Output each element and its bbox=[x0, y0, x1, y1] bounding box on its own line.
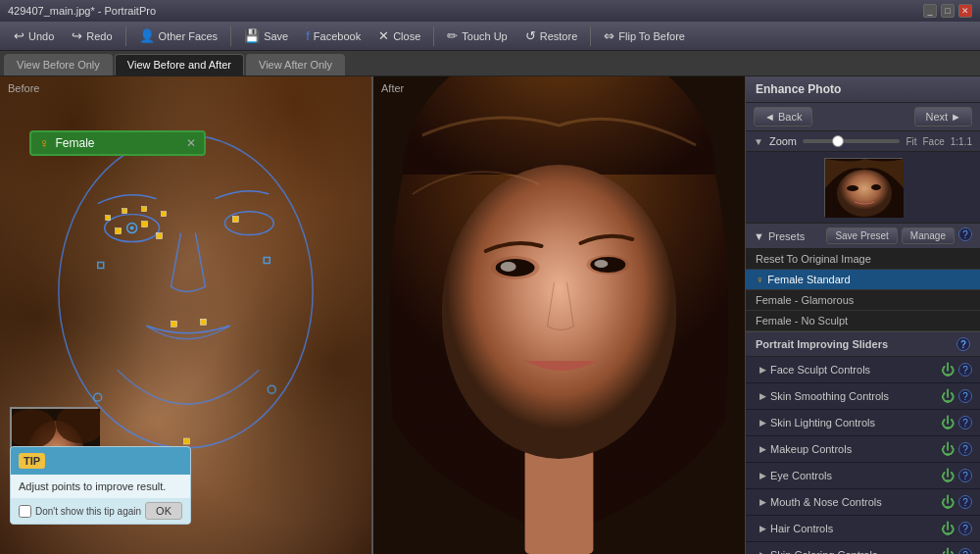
presets-arrow-icon: ▼ bbox=[754, 230, 764, 242]
enhance-header: Enhance Photo bbox=[746, 76, 980, 103]
tab-before-after[interactable]: View Before and After bbox=[115, 54, 244, 76]
face-sculpt-help-button[interactable]: ? bbox=[958, 363, 972, 377]
makeup-power-button[interactable]: ⏻ bbox=[941, 441, 955, 457]
after-face-svg bbox=[373, 76, 745, 554]
eye-expand-icon[interactable]: ▶ bbox=[760, 471, 766, 480]
restore-button[interactable]: ↺ Restore bbox=[517, 25, 586, 46]
back-button[interactable]: ◄ Back bbox=[754, 107, 812, 126]
mouth-nose-expand-icon[interactable]: ▶ bbox=[760, 497, 766, 507]
window-close-button[interactable]: ✕ bbox=[958, 4, 972, 18]
tab-before-only[interactable]: View Before Only bbox=[4, 54, 113, 76]
tab-after-only[interactable]: View After Only bbox=[246, 54, 345, 76]
skin-lighting-power-button[interactable]: ⏻ bbox=[941, 415, 955, 430]
sliders-help-icon[interactable]: ? bbox=[956, 337, 970, 351]
manage-presets-button[interactable]: Manage bbox=[902, 227, 955, 244]
skin-smoothing-expand-icon[interactable]: ▶ bbox=[760, 391, 766, 401]
maximize-button[interactable]: □ bbox=[941, 4, 955, 18]
svg-point-36 bbox=[847, 185, 858, 191]
mouth-nose-help-button[interactable]: ? bbox=[958, 495, 972, 509]
preset-list: Reset To Original Image ♀ Female Standar… bbox=[746, 249, 980, 332]
right-panel: Enhance Photo ◄ Back Next ► ▼ Zoom Fit F… bbox=[745, 76, 980, 554]
eye-help-button[interactable]: ? bbox=[958, 469, 972, 482]
after-image[interactable] bbox=[373, 76, 745, 554]
skin-coloring-power-button[interactable]: ⏻ bbox=[941, 547, 955, 554]
zoom-fit-label[interactable]: Fit bbox=[906, 136, 916, 147]
skin-lighting-help-button[interactable]: ? bbox=[958, 416, 972, 429]
thumb-preview-area bbox=[746, 152, 980, 224]
close-button[interactable]: ✕ Close bbox=[370, 25, 428, 46]
female-icon: ♀ bbox=[39, 135, 50, 151]
mouth-nose-label: Mouth & Nose Controls bbox=[770, 496, 882, 508]
redo-button[interactable]: ↪ Redo bbox=[64, 25, 120, 46]
main-content: ♀ Female ✕ bbox=[0, 76, 980, 554]
hair-label: Hair Controls bbox=[770, 523, 833, 534]
eye-power-button[interactable]: ⏻ bbox=[941, 468, 955, 483]
skin-coloring-expand-icon[interactable]: ▶ bbox=[760, 550, 766, 554]
before-image[interactable]: ♀ Female ✕ bbox=[0, 76, 371, 554]
hair-power-button[interactable]: ⏻ bbox=[941, 521, 955, 536]
eye-label: Eye Controls bbox=[770, 470, 832, 481]
tip-badge: TIP bbox=[19, 453, 45, 469]
facebook-button[interactable]: f Facebook bbox=[298, 25, 368, 46]
skin-smoothing-label: Skin Smoothing Controls bbox=[770, 390, 889, 402]
preset-item-female-standard[interactable]: ♀ Female Standard bbox=[746, 270, 980, 290]
minimize-button[interactable]: _ bbox=[923, 4, 937, 18]
skin-smoothing-power-button[interactable]: ⏻ bbox=[941, 388, 955, 404]
touch-up-button[interactable]: ✏ Touch Up bbox=[439, 25, 514, 46]
hair-help-button[interactable]: ? bbox=[958, 522, 972, 535]
female-close-button[interactable]: ✕ bbox=[186, 136, 196, 150]
zoom-label: Zoom bbox=[769, 135, 797, 147]
preset-item-glamorous[interactable]: Female - Glamorous bbox=[746, 290, 980, 311]
zoom-slider[interactable] bbox=[803, 139, 900, 143]
other-faces-button[interactable]: 👤 Other Faces bbox=[131, 25, 226, 46]
slider-skin-lighting: ▶ Skin Lighting Controls ⏻ ? bbox=[746, 410, 980, 436]
after-panel: After bbox=[373, 76, 745, 554]
face-sculpt-expand-icon[interactable]: ▶ bbox=[760, 365, 766, 375]
save-preset-button[interactable]: Save Preset bbox=[826, 227, 897, 244]
after-label: After bbox=[381, 82, 404, 94]
window-controls[interactable]: _ □ ✕ bbox=[923, 4, 972, 18]
face-sculpt-power-button[interactable]: ⏻ bbox=[941, 362, 955, 378]
skin-coloring-label: Skin Coloring Controls bbox=[770, 549, 877, 554]
preset-item-no-sculpt[interactable]: Female - No Sculpt bbox=[746, 311, 980, 331]
slider-face-sculpt: ▶ Face Sculpt Controls ⏻ ? bbox=[746, 357, 980, 383]
presets-buttons: Save Preset Manage ? bbox=[826, 227, 972, 244]
makeup-expand-icon[interactable]: ▶ bbox=[760, 444, 766, 454]
skin-lighting-expand-icon[interactable]: ▶ bbox=[760, 418, 766, 428]
skin-coloring-help-button[interactable]: ? bbox=[958, 548, 972, 554]
slider-skin-smoothing: ▶ Skin Smoothing Controls ⏻ ? bbox=[746, 383, 980, 410]
separator-3 bbox=[433, 26, 434, 46]
facebook-icon: f bbox=[306, 28, 310, 43]
thumbnail-preview bbox=[824, 158, 903, 217]
svg-point-27 bbox=[442, 165, 676, 459]
image-area: ♀ Female ✕ bbox=[0, 76, 745, 554]
undo-button[interactable]: ↩ Undo bbox=[6, 25, 62, 46]
save-icon: 💾 bbox=[244, 28, 260, 43]
mouth-nose-power-button[interactable]: ⏻ bbox=[941, 494, 955, 510]
close-icon: ✕ bbox=[378, 28, 389, 43]
zoom-face-label[interactable]: Face bbox=[923, 136, 945, 147]
tip-checkbox-label[interactable]: Don't show this tip again bbox=[19, 505, 141, 518]
save-button[interactable]: 💾 Save bbox=[236, 25, 296, 46]
hair-expand-icon[interactable]: ▶ bbox=[760, 524, 766, 533]
zoom-value: 1:1.1 bbox=[951, 136, 972, 147]
next-button[interactable]: Next ► bbox=[914, 107, 972, 126]
presets-help-icon[interactable]: ? bbox=[958, 227, 972, 241]
slider-eye: ▶ Eye Controls ⏻ ? bbox=[746, 463, 980, 489]
tip-header: TIP bbox=[11, 447, 190, 475]
zoom-thumb[interactable] bbox=[832, 135, 844, 147]
undo-icon: ↩ bbox=[14, 28, 24, 43]
makeup-help-button[interactable]: ? bbox=[958, 442, 972, 456]
tip-checkbox[interactable] bbox=[19, 505, 31, 518]
skin-smoothing-help-button[interactable]: ? bbox=[958, 389, 972, 403]
flip-button[interactable]: ⇔ Flip To Before bbox=[596, 25, 693, 46]
slider-makeup: ▶ Makeup Controls ⏻ ? bbox=[746, 436, 980, 463]
slider-skin-coloring: ▶ Skin Coloring Controls ⏻ ? bbox=[746, 542, 980, 554]
svg-point-33 bbox=[594, 260, 608, 268]
sliders-title: Portrait Improving Sliders bbox=[756, 338, 888, 350]
sliders-section: Portrait Improving Sliders ? ▶ Face Scul… bbox=[746, 332, 980, 554]
tip-ok-button[interactable]: OK bbox=[145, 502, 182, 520]
preset-item-reset[interactable]: Reset To Original Image bbox=[746, 249, 980, 270]
nav-row: ◄ Back Next ► bbox=[746, 103, 980, 131]
toolbar: ↩ Undo ↪ Redo 👤 Other Faces 💾 Save f Fac… bbox=[0, 22, 980, 51]
